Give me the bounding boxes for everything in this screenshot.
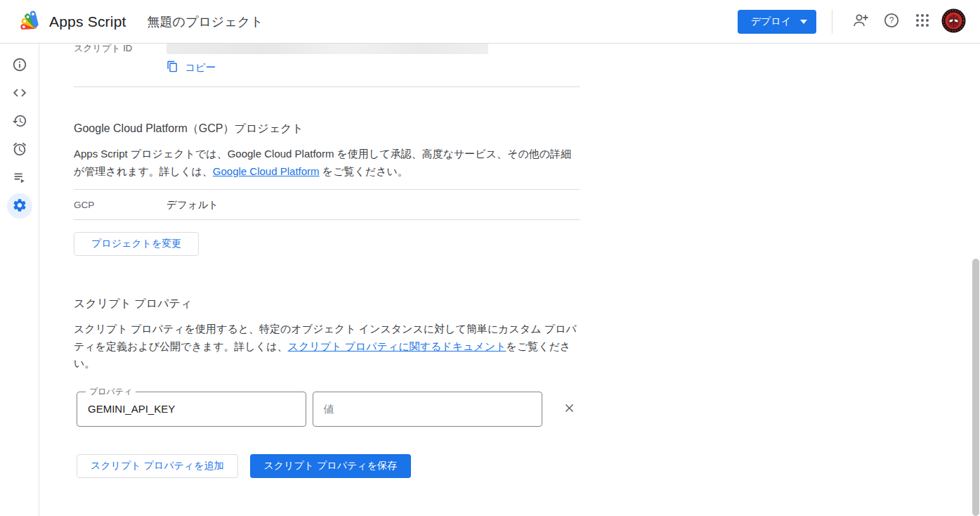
copy-label: コピー — [185, 61, 216, 75]
change-project-button[interactable]: プロジェクトを変更 — [74, 232, 199, 256]
property-row: プロパティ — [77, 392, 580, 427]
script-properties-heading: スクリプト プロパティ — [74, 297, 580, 311]
info-icon — [12, 57, 27, 75]
help-button[interactable]: ? — [876, 6, 907, 37]
script-properties-actions: スクリプト プロパティを追加 スクリプト プロパティを保存 — [77, 454, 580, 478]
header-actions: デプロイ ? — [738, 6, 969, 37]
gcp-row-label: GCP — [74, 200, 166, 210]
script-id-value-redacted — [166, 44, 488, 54]
gcp-section-description: Apps Script プロジェクトでは、Google Cloud Platfo… — [74, 146, 580, 180]
property-name-field: プロパティ — [77, 392, 306, 427]
spider-man-avatar-icon — [941, 8, 966, 35]
app-name: Apps Script — [49, 13, 126, 30]
gcp-link[interactable]: Google Cloud Platform — [213, 165, 320, 177]
header-divider — [832, 10, 832, 34]
account-avatar[interactable] — [938, 6, 969, 37]
deploy-button[interactable]: デプロイ — [738, 10, 816, 34]
property-name-field-label: プロパティ — [86, 386, 136, 397]
alarm-icon — [12, 141, 27, 159]
add-script-property-button[interactable]: スクリプト プロパティを追加 — [77, 454, 238, 478]
sidebar-item-project-history[interactable] — [7, 109, 32, 134]
project-title[interactable]: 無題のプロジェクト — [148, 13, 263, 30]
person-add-icon — [852, 12, 869, 31]
gcp-project-row: GCP デフォルト — [74, 190, 580, 219]
script-id-value-column: コピー — [166, 44, 488, 75]
sidebar — [0, 44, 39, 516]
sidebar-item-editor[interactable] — [7, 81, 32, 106]
code-icon — [12, 85, 27, 103]
gcp-desc-text-after: をご覧ください。 — [320, 165, 408, 177]
script-id-label: スクリプト ID — [74, 44, 166, 75]
script-id-row: スクリプト ID コピー — [74, 44, 580, 75]
apps-grid-icon — [914, 12, 931, 31]
settings-gear-icon — [12, 198, 27, 215]
sidebar-item-settings[interactable] — [7, 193, 32, 219]
divider — [74, 219, 580, 220]
gcp-project-value: デフォルト — [166, 198, 218, 212]
history-icon — [12, 113, 27, 131]
google-apps-button[interactable] — [907, 6, 938, 37]
property-value-field — [313, 392, 543, 427]
vertical-scrollbar-thumb[interactable] — [972, 259, 979, 516]
property-value-input[interactable] — [313, 392, 542, 426]
sidebar-item-overview[interactable] — [7, 53, 32, 78]
gcp-section-heading: Google Cloud Platform（GCP）プロジェクト — [74, 122, 580, 136]
help-icon: ? — [883, 12, 900, 31]
copy-icon — [166, 60, 178, 75]
share-project-button[interactable] — [845, 6, 876, 37]
copy-script-id-button[interactable]: コピー — [166, 60, 216, 75]
apps-script-brand[interactable]: Apps Script — [20, 9, 126, 34]
remove-property-button[interactable] — [558, 398, 580, 420]
header: Apps Script 無題のプロジェクト デプロイ — [0, 0, 980, 44]
apps-script-logo-icon — [20, 9, 41, 34]
divider — [74, 86, 580, 87]
sidebar-item-executions[interactable] — [7, 165, 32, 191]
executions-icon — [12, 169, 27, 187]
close-icon — [563, 401, 576, 417]
script-properties-description: スクリプト プロパティを使用すると、特定のオブジェクト インスタンスに対して簡単… — [74, 321, 580, 373]
svg-text:?: ? — [889, 15, 894, 25]
sidebar-item-triggers[interactable] — [7, 137, 32, 162]
script-properties-doc-link[interactable]: スクリプト プロパティに関するドキュメント — [288, 340, 507, 352]
chevron-down-icon — [800, 20, 807, 24]
property-name-input[interactable] — [77, 392, 306, 426]
settings-content: スクリプト ID コピー Google Cloud Platform（GCP）プ… — [39, 44, 970, 516]
deploy-button-label: デプロイ — [751, 15, 791, 28]
apps-script-settings-page: Apps Script 無題のプロジェクト デプロイ — [0, 0, 980, 516]
save-script-properties-button[interactable]: スクリプト プロパティを保存 — [250, 454, 412, 478]
